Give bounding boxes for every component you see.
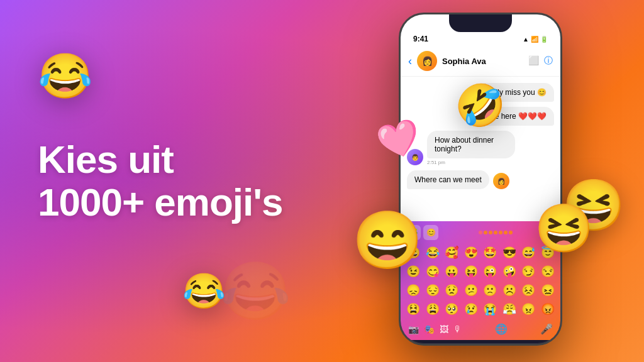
message-text-3: How about dinner tonight? (435, 136, 494, 153)
dot-6 (504, 231, 508, 234)
message-meta-3: 2:51 pm (427, 160, 515, 165)
phone: 9:41 ▲ 📶 🔋 ‹ 👩 Sophia Ava ⬜ ⓘ (399, 13, 562, 346)
video-call-icon[interactable]: ⬜ (528, 55, 539, 67)
emoji-31[interactable]: 😠 (519, 300, 538, 318)
emoji-17[interactable]: 😞 (404, 282, 423, 299)
emoji-4[interactable]: 😍 (462, 244, 480, 261)
emoji-21[interactable]: 🙁 (481, 282, 499, 299)
emoji-3[interactable]: 🥰 (443, 244, 461, 261)
emoji-15[interactable]: 😏 (519, 263, 538, 280)
dot-3 (489, 231, 492, 234)
keyboard-bottom-icons: 📷 🎭 🖼 🎙 (408, 324, 462, 334)
keyboard-dots (441, 231, 550, 234)
emoji-6[interactable]: 😎 (501, 244, 519, 261)
emoji-16[interactable]: 😒 (539, 263, 557, 280)
message-row-4: Where can we meet 👩 (407, 170, 554, 189)
message-row-3: 👨 How about dinner tonight? 2:51 pm (407, 131, 554, 165)
dot-5 (499, 231, 502, 234)
emoji-5[interactable]: 🤩 (481, 244, 499, 261)
float-emoji-mid-right: 😆 (535, 201, 594, 256)
globe-icon[interactable]: 🌐 (495, 323, 508, 335)
dot-2 (484, 231, 487, 234)
float-emoji-top-right: 🤣 (455, 82, 506, 129)
float-emoji-top-left: 😂 (38, 50, 92, 102)
emoji-10[interactable]: 😋 (424, 263, 442, 280)
phone-wrapper: 9:41 ▲ 📶 🔋 ‹ 👩 Sophia Ava ⬜ ⓘ (392, 13, 569, 349)
back-button[interactable]: ‹ (408, 55, 412, 68)
emoji-19[interactable]: 😟 (443, 282, 461, 299)
emoji-30[interactable]: 😤 (501, 300, 519, 318)
gif-icon[interactable]: 🖼 (440, 324, 448, 334)
mic-icon[interactable]: 🎙 (453, 324, 462, 334)
keyboard-face-icon[interactable]: 😊 (423, 225, 438, 240)
left-content: Kies uit 1000+ emoji's (38, 138, 283, 224)
emoji-12[interactable]: 😝 (462, 263, 480, 280)
dot-1 (479, 231, 482, 234)
emoji-25[interactable]: 😫 (404, 300, 423, 318)
status-icons: ▲ 📶 🔋 (523, 36, 548, 43)
heading-line1: Kies uit (38, 138, 174, 181)
emoji-18[interactable]: 😔 (424, 282, 442, 299)
float-emoji-big-center: 😄 (352, 207, 423, 273)
chat-avatar: 👩 (417, 51, 437, 71)
sticker-icon[interactable]: 🎭 (424, 324, 435, 334)
emoji-22[interactable]: ☹️ (501, 282, 519, 299)
chat-action-icons: ⬜ ⓘ (528, 55, 553, 67)
message-text-4: Where can we meet (414, 175, 482, 184)
emoji-20[interactable]: 😕 (462, 282, 480, 299)
chat-header: ‹ 👩 Sophia Ava ⬜ ⓘ (401, 46, 560, 77)
emoji-11[interactable]: 😛 (443, 263, 461, 280)
bg-emoji-2: 😂 (220, 258, 291, 324)
emoji-14[interactable]: 🤪 (501, 263, 519, 280)
main-heading: Kies uit 1000+ emoji's (38, 138, 283, 224)
status-time: 9:41 (413, 35, 428, 43)
chat-name: Sophia Ava (442, 57, 523, 66)
float-emoji-bottom-left: 😂 (182, 271, 226, 312)
emoji-24[interactable]: 😖 (539, 282, 557, 299)
info-icon[interactable]: ⓘ (544, 55, 553, 67)
message-bubble-4: Where can we meet (407, 170, 489, 189)
keyboard-bottom-bar: 📷 🎭 🖼 🎙 🌐 🎤 (403, 321, 558, 337)
emoji-32[interactable]: 😡 (539, 300, 557, 318)
camera-icon[interactable]: 📷 (408, 324, 419, 334)
emoji-27[interactable]: 🥺 (443, 300, 461, 318)
sender-avatar-4: 👩 (493, 173, 509, 189)
heading-line2: 1000+ emoji's (38, 180, 283, 224)
dot-4 (494, 231, 497, 234)
emoji-29[interactable]: 😭 (481, 300, 499, 318)
emoji-2[interactable]: 😂 (424, 244, 442, 261)
emoji-26[interactable]: 😩 (424, 300, 442, 318)
emoji-23[interactable]: 😣 (519, 282, 538, 299)
phone-notch (449, 14, 512, 32)
emoji-13[interactable]: 😜 (481, 263, 499, 280)
voice-icon[interactable]: 🎤 (540, 323, 553, 335)
emoji-28[interactable]: 😢 (462, 300, 480, 318)
message-bubble-3: How about dinner tonight? (427, 131, 515, 158)
dot-7 (509, 231, 513, 234)
